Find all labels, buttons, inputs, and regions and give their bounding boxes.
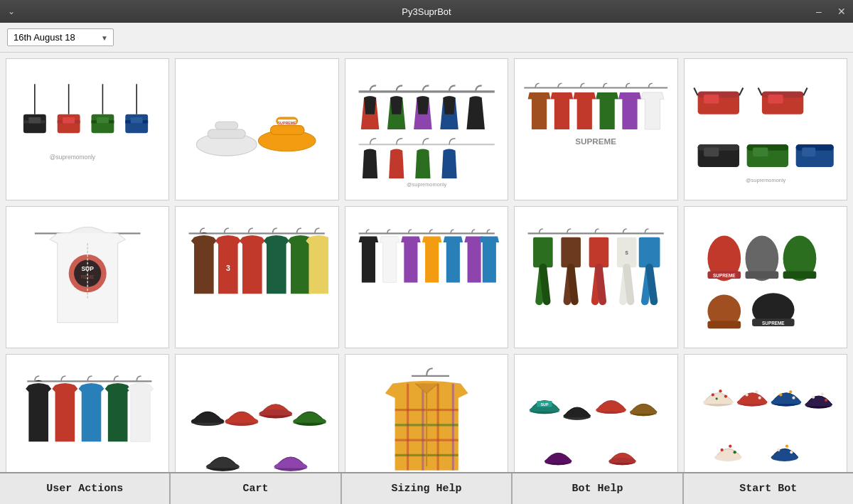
product-card-10[interactable]: SUPREME (684, 206, 847, 348)
title-bar: ⌄ Py3SuprBot – ✕ (0, 0, 853, 23)
svg-rect-9 (92, 114, 114, 134)
svg-line-33 (694, 88, 697, 96)
svg-point-123 (779, 393, 782, 396)
svg-point-136 (785, 445, 788, 448)
svg-point-124 (789, 390, 792, 393)
svg-text:SUPREME: SUPREME (762, 321, 784, 326)
cart-button[interactable]: Cart (170, 473, 340, 504)
svg-point-128 (820, 392, 823, 395)
product-card-12[interactable] (175, 354, 338, 472)
svg-rect-11 (97, 117, 109, 123)
svg-text:SUPREME: SUPREME (576, 136, 617, 146)
svg-point-134 (771, 454, 798, 461)
svg-point-117 (715, 397, 717, 400)
svg-text:@supremomonly: @supremomonly (50, 154, 96, 161)
product-card-3[interactable]: @supremomonly (345, 58, 508, 200)
svg-point-114 (711, 393, 714, 396)
svg-point-121 (758, 397, 761, 400)
product-card-7[interactable]: 3 (175, 206, 338, 348)
svg-point-120 (755, 390, 758, 393)
svg-point-132 (729, 445, 731, 448)
date-dropdown[interactable]: 16th August 18 17th August 18 18th Augus… (7, 28, 114, 46)
user-actions-button[interactable]: User Actions (0, 473, 170, 504)
svg-rect-32 (704, 95, 719, 104)
svg-line-39 (803, 88, 807, 96)
product-card-6[interactable]: SUP REME (6, 206, 169, 348)
date-dropdown-wrapper[interactable]: 16th August 18 17th August 18 18th Augus… (7, 28, 114, 46)
svg-line-38 (758, 88, 761, 96)
svg-rect-3 (28, 117, 41, 123)
svg-text:SUPREME: SUPREME (713, 273, 735, 278)
product-card-5[interactable]: @supremomonly (684, 58, 847, 200)
svg-point-131 (720, 449, 723, 451)
svg-text:@supremomonly: @supremomonly (746, 177, 785, 183)
svg-point-130 (714, 454, 741, 461)
svg-text:@supremomonly: @supremomonly (407, 181, 446, 188)
product-card-13[interactable] (345, 354, 508, 472)
svg-line-75 (650, 267, 654, 301)
svg-rect-5 (58, 114, 80, 134)
svg-line-62 (543, 267, 547, 301)
svg-text:S: S (626, 250, 628, 255)
svg-point-127 (812, 396, 815, 399)
start-bot-button[interactable]: Start Bot (683, 473, 853, 504)
product-grid-area[interactable]: @supremomonly (0, 53, 853, 472)
minimize-button[interactable]: – (808, 0, 830, 23)
product-card-15[interactable] (684, 354, 847, 472)
svg-point-137 (790, 451, 793, 454)
svg-rect-73 (639, 237, 660, 267)
svg-line-34 (739, 88, 743, 96)
svg-rect-19 (215, 122, 238, 129)
svg-rect-60 (533, 237, 553, 267)
svg-rect-7 (63, 117, 75, 123)
title-bar-controls: – ✕ (808, 0, 853, 23)
svg-point-129 (825, 399, 827, 402)
svg-rect-42 (704, 147, 719, 156)
product-card-9[interactable]: S (514, 206, 677, 348)
product-card-14[interactable]: SUP (514, 354, 677, 472)
bottom-bar: User Actions Cart Sizing Help Bot Help S… (0, 472, 853, 504)
sizing-help-button[interactable]: Sizing Help (341, 473, 512, 504)
svg-rect-37 (768, 95, 783, 104)
title-bar-left: ⌄ (0, 0, 23, 23)
svg-point-119 (745, 393, 748, 396)
svg-rect-80 (745, 272, 778, 279)
svg-point-116 (724, 395, 726, 398)
svg-rect-82 (783, 272, 816, 279)
svg-rect-45 (753, 147, 768, 156)
svg-rect-1 (23, 114, 46, 134)
app-title: Py3SuprBot (402, 6, 451, 17)
svg-line-68 (599, 267, 603, 301)
svg-text:SUPREME: SUPREME (278, 121, 297, 125)
main-container: 16th August 18 17th August 18 18th Augus… (0, 23, 853, 504)
product-card-4[interactable]: SUPREME (514, 58, 677, 200)
svg-rect-21 (271, 126, 305, 135)
product-card-11[interactable] (6, 354, 169, 472)
product-card-2[interactable]: SUPREME (175, 58, 338, 200)
svg-rect-63 (562, 237, 581, 267)
svg-rect-66 (589, 237, 609, 267)
svg-rect-13 (125, 114, 148, 134)
svg-text:SUP: SUP (541, 402, 549, 407)
svg-point-125 (792, 397, 795, 400)
product-card-1[interactable]: @supremomonly (6, 58, 169, 200)
svg-rect-48 (802, 147, 815, 156)
svg-line-71 (627, 267, 631, 301)
svg-point-115 (719, 390, 721, 392)
svg-rect-15 (131, 117, 143, 123)
chevron-icon[interactable]: ⌄ (0, 0, 23, 23)
product-grid: @supremomonly (6, 58, 847, 472)
svg-rect-18 (208, 129, 246, 139)
toolbar: 16th August 18 17th August 18 18th Augus… (0, 23, 853, 53)
svg-line-65 (571, 267, 574, 301)
product-card-8[interactable] (345, 206, 508, 348)
svg-point-133 (733, 451, 736, 454)
bot-help-button[interactable]: Bot Help (512, 473, 682, 504)
svg-text:3: 3 (226, 264, 230, 272)
close-button[interactable]: ✕ (830, 0, 853, 23)
svg-rect-84 (707, 321, 741, 329)
svg-point-135 (777, 449, 780, 451)
